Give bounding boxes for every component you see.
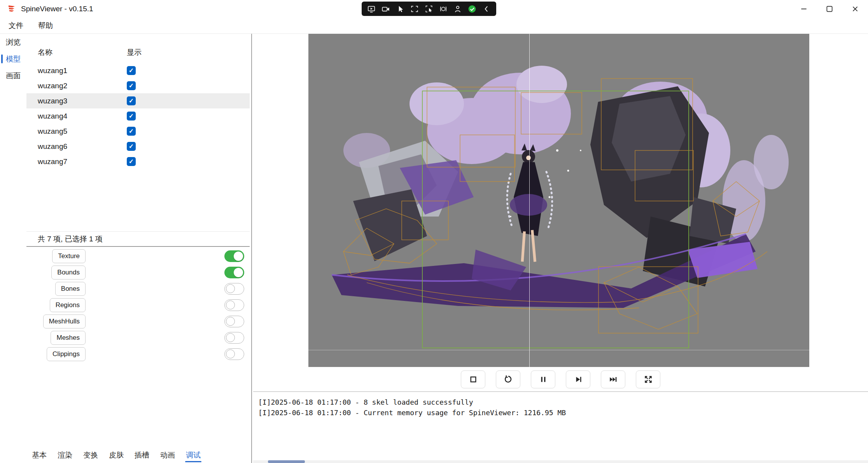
texture-button[interactable]: Texture (52, 249, 86, 263)
log-horizontal-scrollbar[interactable] (253, 460, 868, 463)
status-ok-icon[interactable] (466, 3, 478, 14)
tab-render[interactable]: 渲染 (58, 447, 72, 463)
skip-to-end-button[interactable] (601, 370, 625, 388)
cursor-icon[interactable] (394, 3, 406, 14)
regions-toggle[interactable] (224, 299, 244, 311)
model-table: wuzang1 wuzang2 wuzang3 wuzang4 wuzang5 (26, 63, 250, 169)
region-cursor-icon[interactable] (423, 3, 435, 14)
maximize-button[interactable] (817, 0, 842, 18)
visibility-checkbox[interactable] (127, 127, 136, 136)
tab-transform[interactable]: 变换 (83, 447, 98, 463)
viewport-canvas[interactable] (308, 34, 809, 367)
toggle-row: Meshes (31, 331, 244, 345)
side-tab-view[interactable]: 画面 (0, 67, 26, 84)
table-row[interactable]: wuzang5 (26, 124, 250, 139)
fps-icon[interactable] (438, 3, 449, 14)
step-forward-button[interactable] (566, 370, 590, 388)
viewer-area: [I]2025-06-18 01:17:00 - 8 skel loaded s… (253, 34, 868, 463)
bones-toggle[interactable] (224, 283, 244, 295)
visibility-checkbox[interactable] (127, 66, 136, 75)
menu-help[interactable]: 帮助 (38, 21, 53, 31)
visibility-checkbox[interactable] (127, 142, 136, 151)
regions-button[interactable]: Regions (50, 298, 86, 312)
visibility-checkbox[interactable] (127, 112, 136, 121)
meshhulls-button[interactable]: MeshHulls (43, 314, 86, 328)
bounds-toggle[interactable] (224, 267, 244, 278)
toggle-row: Regions (31, 298, 244, 312)
panel-splitter[interactable] (250, 34, 253, 463)
meshes-toggle[interactable] (224, 332, 244, 344)
clippings-button[interactable]: Clippings (47, 347, 86, 361)
horizontal-axis-line (308, 350, 809, 350)
collapse-chevron-icon[interactable] (481, 3, 492, 14)
meshhulls-toggle[interactable] (224, 316, 244, 327)
app-logo-icon (7, 4, 16, 14)
table-row[interactable]: wuzang4 (26, 108, 250, 124)
model-name: wuzang6 (38, 142, 127, 151)
table-row[interactable]: wuzang7 (26, 154, 250, 169)
spine-model-render (308, 34, 809, 367)
menubar: 文件 帮助 (0, 18, 868, 33)
log-panel: [I]2025-06-18 01:17:00 - 8 skel loaded s… (253, 391, 868, 463)
toggle-row: Clippings (31, 347, 244, 361)
toggle-knob (226, 317, 235, 326)
tab-slot[interactable]: 插槽 (135, 447, 149, 463)
reset-view-button[interactable] (496, 370, 520, 388)
screen-record-icon[interactable] (366, 3, 377, 14)
region-select-icon[interactable] (409, 3, 420, 14)
tab-debug[interactable]: 调试 (186, 447, 201, 463)
presenter-icon[interactable] (452, 3, 464, 14)
tab-animation[interactable]: 动画 (160, 447, 175, 463)
model-name: wuzang5 (38, 127, 127, 136)
debug-toggle-list: Texture Bounds Bones Regions MeshHulls (26, 247, 250, 447)
toggle-knob (234, 268, 243, 277)
side-tab-browse[interactable]: 浏览 (0, 34, 26, 51)
scrollbar-thumb[interactable] (268, 460, 305, 463)
table-row[interactable]: wuzang1 (26, 63, 250, 78)
table-row[interactable]: wuzang2 (26, 78, 250, 93)
fit-view-button[interactable] (636, 370, 660, 388)
close-button[interactable] (842, 0, 868, 18)
table-row[interactable]: wuzang6 (26, 139, 250, 154)
side-tab-strip: 浏览 模型 画面 (0, 34, 26, 463)
pause-button[interactable] (531, 370, 555, 388)
menu-file[interactable]: 文件 (9, 21, 23, 31)
tab-basic[interactable]: 基本 (32, 447, 47, 463)
window-controls (791, 0, 868, 18)
model-name: wuzang7 (38, 157, 127, 166)
camera-icon[interactable] (380, 3, 392, 14)
toggle-row: Texture (31, 249, 244, 263)
toggle-row: Bones (31, 282, 244, 296)
bones-button[interactable]: Bones (55, 282, 86, 296)
model-name: wuzang1 (38, 66, 127, 75)
window-title: SpineViewer - v0.15.1 (21, 5, 93, 13)
tab-skin[interactable]: 皮肤 (109, 447, 124, 463)
toggle-row: Bounds (31, 266, 244, 280)
texture-toggle[interactable] (224, 250, 244, 262)
model-name: wuzang3 (38, 97, 127, 105)
playback-controls (253, 367, 868, 391)
table-row-selected[interactable]: wuzang3 (26, 93, 250, 108)
visibility-checkbox[interactable] (127, 157, 136, 166)
main-body: 浏览 模型 画面 名称 显示 wuzang1 wuzang2 wuzan (0, 33, 868, 463)
model-name: wuzang2 (38, 82, 127, 90)
meshes-button[interactable]: Meshes (51, 331, 86, 345)
property-tabs: 基本 渲染 变换 皮肤 插槽 动画 调试 (26, 447, 250, 463)
column-header-visible: 显示 (127, 47, 250, 58)
clippings-toggle[interactable] (224, 348, 244, 360)
stop-button[interactable] (461, 370, 485, 388)
selection-status: 共 7 项, 已选择 1 项 (26, 231, 250, 247)
toggle-knob (226, 349, 235, 358)
side-tab-model[interactable]: 模型 (0, 51, 26, 67)
vertical-axis-line (529, 34, 530, 367)
bounds-button[interactable]: Bounds (51, 266, 86, 280)
model-panel: 名称 显示 wuzang1 wuzang2 wuzang3 wuzang4 (26, 34, 250, 463)
app-window: SpineViewer - v0.15.1 (0, 0, 868, 463)
capture-toolbar (362, 2, 496, 16)
visibility-checkbox[interactable] (127, 96, 136, 105)
viewport-area (253, 34, 868, 367)
titlebar[interactable]: SpineViewer - v0.15.1 (0, 0, 868, 18)
minimize-button[interactable] (791, 0, 817, 18)
table-header: 名称 显示 (26, 34, 250, 63)
visibility-checkbox[interactable] (127, 81, 136, 90)
